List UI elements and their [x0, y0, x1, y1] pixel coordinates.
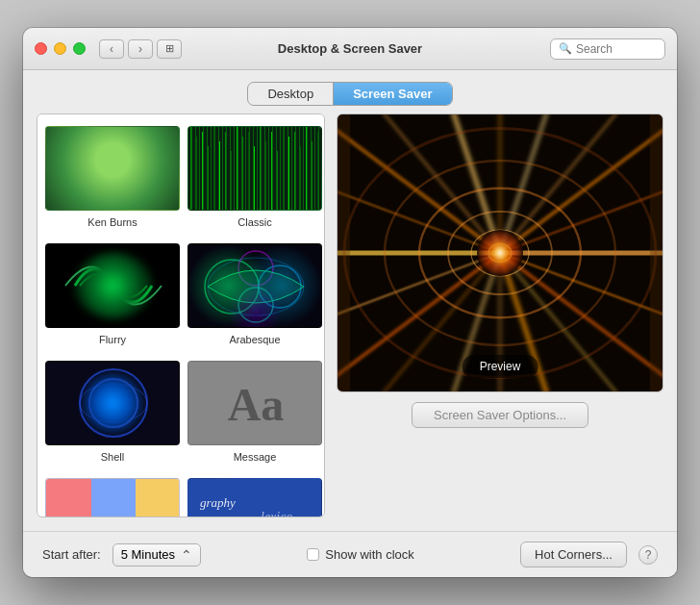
svg-point-38: [80, 369, 147, 437]
arabesque-preview: [188, 244, 322, 328]
item-label: Shell: [101, 451, 124, 463]
svg-point-42: [80, 384, 147, 422]
svg-text:♪: ♪: [109, 511, 118, 517]
screen-saver-options-button[interactable]: Screen Saver Options...: [412, 402, 588, 428]
show-clock-checkbox[interactable]: [307, 548, 319, 561]
svg-rect-46: [46, 478, 91, 517]
svg-rect-20: [277, 151, 278, 211]
list-item[interactable]: Aa Message: [184, 353, 325, 470]
item-label: Message: [234, 451, 277, 463]
list-item[interactable]: Classic: [184, 118, 325, 236]
titlebar: ‹ › ⊞ Desktop & Screen Saver 🔍: [23, 28, 677, 70]
svg-point-98: [477, 230, 523, 276]
preview-button[interactable]: Preview: [462, 355, 538, 378]
svg-rect-23: [294, 132, 295, 211]
svg-rect-99: [338, 114, 350, 391]
svg-rect-9: [213, 127, 214, 211]
svg-point-35: [238, 288, 273, 322]
svg-text:Aa: Aa: [228, 379, 285, 430]
maximize-button[interactable]: [73, 42, 86, 55]
shell-preview: [46, 361, 179, 445]
back-icon: ‹: [110, 42, 113, 56]
traffic-lights: [35, 42, 86, 55]
clock-check-group: Show with clock: [307, 547, 413, 562]
thumb-classic: [188, 126, 322, 211]
svg-point-34: [238, 251, 273, 286]
screensaver-list: Ken Burns: [37, 113, 325, 517]
tab-segment: Desktop Screen Saver: [247, 82, 452, 106]
preview-area: Preview: [337, 113, 663, 392]
list-item[interactable]: Flurry: [41, 236, 184, 353]
svg-point-33: [259, 265, 301, 308]
svg-rect-37: [46, 361, 179, 445]
thumb-shell: [45, 361, 180, 445]
svg-rect-16: [254, 146, 255, 211]
svg-rect-7: [202, 132, 203, 211]
svg-rect-27: [317, 132, 318, 211]
forward-icon: ›: [138, 42, 142, 56]
list-item[interactable]: Ken Burns: [41, 118, 184, 236]
svg-point-29: [75, 252, 152, 319]
search-icon: 🔍: [559, 42, 572, 55]
window-title: Desktop & Screen Saver: [278, 41, 422, 56]
thumb-itunes: ♪: [45, 478, 180, 517]
thumb-wordofday: graphy lexicog abulary lexico: [188, 478, 322, 517]
svg-point-40: [99, 389, 128, 417]
screensaver-grid: Ken Burns: [38, 114, 324, 517]
svg-rect-48: [136, 478, 179, 517]
list-item[interactable]: ♪ iTunes Artwork: [41, 470, 184, 517]
help-button[interactable]: ?: [638, 545, 658, 565]
svg-rect-25: [306, 127, 307, 211]
show-clock-label: Show with clock: [325, 547, 413, 562]
svg-rect-8: [208, 146, 209, 211]
kenburns-preview: [46, 127, 180, 211]
thumb-message: Aa: [188, 361, 322, 445]
svg-rect-100: [650, 114, 662, 391]
start-after-value: 5 Minutes: [121, 547, 175, 562]
search-input[interactable]: [576, 42, 657, 56]
svg-rect-5: [190, 127, 191, 211]
itunes-preview: ♪: [46, 478, 179, 517]
classic-preview: [188, 127, 322, 211]
svg-rect-14: [242, 137, 243, 211]
svg-point-39: [89, 379, 138, 427]
svg-rect-13: [237, 127, 238, 211]
list-item[interactable]: Shell: [41, 353, 184, 470]
hot-corners-button[interactable]: Hot Corners...: [520, 542, 627, 567]
svg-rect-21: [283, 127, 284, 211]
bottom-bar: Start after: 5 Minutes ⌃ Show with clock…: [23, 531, 677, 577]
svg-point-36: [208, 258, 304, 315]
back-button[interactable]: ‹: [99, 39, 124, 59]
svg-rect-12: [231, 151, 232, 211]
main-window: ‹ › ⊞ Desktop & Screen Saver 🔍 Desktop S…: [23, 28, 677, 577]
svg-rect-6: [196, 137, 197, 211]
svg-text:lexicog: lexicog: [196, 517, 228, 517]
svg-point-1: [61, 131, 166, 208]
svg-text:graphy: graphy: [200, 495, 236, 510]
search-box[interactable]: 🔍: [550, 38, 665, 60]
grid-icon: ⊞: [165, 42, 174, 55]
grid-button[interactable]: ⊞: [157, 39, 182, 59]
wordofday-preview: graphy lexicog abulary lexico: [188, 478, 321, 517]
svg-rect-22: [288, 137, 289, 211]
svg-rect-19: [271, 132, 272, 211]
list-item[interactable]: Arabesque: [184, 236, 325, 353]
tab-screensaver[interactable]: Screen Saver: [334, 83, 451, 105]
svg-rect-18: [265, 141, 266, 211]
thumb-arabesque: [188, 243, 322, 328]
start-after-select[interactable]: 5 Minutes ⌃: [112, 543, 201, 567]
svg-point-41: [106, 395, 121, 411]
svg-rect-0: [46, 127, 180, 211]
svg-rect-24: [300, 146, 301, 211]
close-button[interactable]: [35, 42, 47, 55]
list-item[interactable]: graphy lexicog abulary lexico Word of th…: [184, 470, 325, 517]
tab-desktop[interactable]: Desktop: [248, 83, 334, 105]
svg-text:lexico: lexico: [261, 510, 292, 517]
svg-rect-15: [248, 132, 249, 211]
minimize-button[interactable]: [54, 42, 66, 55]
forward-button[interactable]: ›: [128, 39, 153, 59]
flurry-preview: [46, 243, 179, 328]
svg-point-2: [65, 135, 123, 177]
preview-image: [338, 114, 662, 391]
item-label: Flurry: [99, 334, 126, 345]
